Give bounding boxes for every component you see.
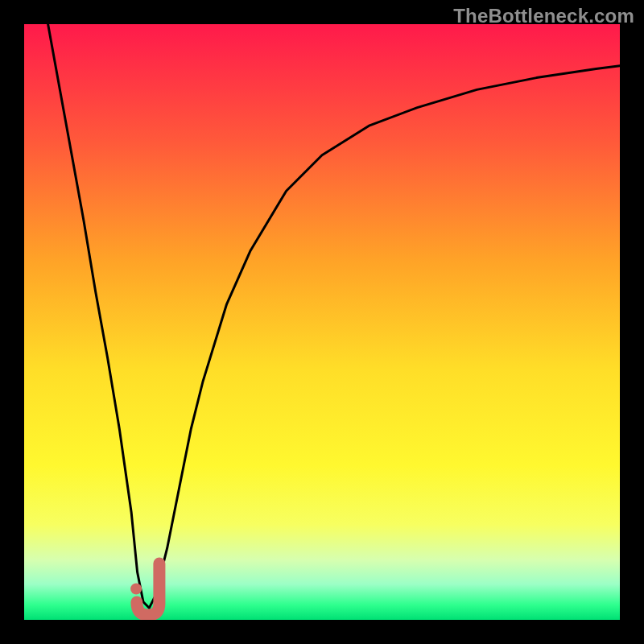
plot-area — [24, 24, 620, 620]
chart-frame: TheBottleneck.com — [0, 0, 644, 644]
gradient-background — [24, 24, 620, 620]
chart-svg — [24, 24, 620, 620]
marker-dot — [130, 584, 142, 595]
